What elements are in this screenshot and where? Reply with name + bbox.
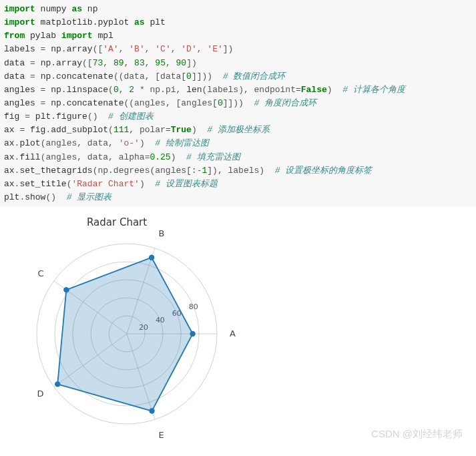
code-line: import numpy as np	[4, 3, 472, 16]
code-line: data = np.concatenate((data, [data[0]]))…	[4, 70, 472, 83]
radar-point	[55, 381, 60, 387]
code-line: ax = fig.add_subplot(111, polar=True) # …	[4, 124, 472, 137]
axis-label: C	[37, 268, 43, 278]
watermark: CSDN @刘经纬老师	[371, 428, 463, 441]
code-line: plt.show() # 显示图表	[4, 191, 472, 204]
code-line: fig = plt.figure() # 创建图表	[4, 110, 472, 124]
radar-chart-output: ABCDE20406080Radar Chart CSDN @刘经纬老师	[0, 207, 476, 447]
code-block: import numpy as npimport matplotlib.pypl…	[0, 0, 476, 207]
code-line: angles = np.concatenate((angles, [angles…	[4, 97, 472, 110]
code-line: import matplotlib.pyplot as plt	[4, 16, 472, 29]
code-line: ax.set_thetagrids(np.degrees(angles[:-1]…	[4, 164, 472, 178]
axis-label: E	[159, 430, 164, 440]
radar-point	[149, 255, 154, 260]
axis-label: A	[230, 328, 236, 338]
axis-label: D	[37, 389, 43, 399]
axis-label: B	[159, 228, 165, 238]
code-line: ax.fill(angles, data, alpha=0.25) # 填充雷达…	[4, 151, 472, 164]
r-tick-label: 80	[189, 302, 198, 311]
chart-title: Radar Chart	[87, 216, 147, 228]
code-line: angles = np.linspace(0, 2 * np.pi, len(l…	[4, 83, 472, 97]
radar-chart-svg: ABCDE20406080Radar Chart	[0, 207, 267, 441]
radar-point	[63, 287, 69, 292]
code-line: ax.plot(angles, data, 'o-') # 绘制雷达图	[4, 137, 472, 150]
code-line: ax.set_title('Radar Chart') # 设置图表标题	[4, 178, 472, 191]
code-line: labels = np.array(['A', 'B', 'C', 'D', '…	[4, 43, 472, 56]
code-line: data = np.array([73, 89, 83, 95, 90])	[4, 57, 472, 70]
radar-point	[190, 331, 195, 336]
radar-fill	[57, 258, 192, 411]
code-line: from pylab import mpl	[4, 29, 472, 43]
radar-point	[149, 408, 154, 413]
